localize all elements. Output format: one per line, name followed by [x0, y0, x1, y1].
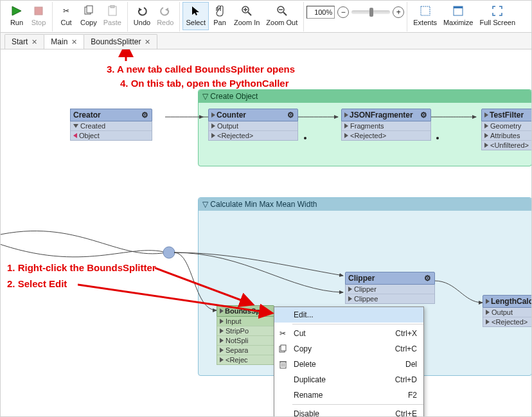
svg-line-24 — [78, 285, 270, 313]
scissors-icon: ✂ — [274, 326, 291, 341]
triangle-icon — [211, 112, 215, 118]
copy-icon — [274, 341, 291, 357]
zoom-in-button[interactable]: Zoom In — [231, 2, 263, 30]
triangle-icon — [73, 124, 78, 128]
triangle-icon — [344, 133, 348, 138]
triangle-icon — [348, 296, 352, 301]
node-creator[interactable]: Creator⚙ Created Object — [70, 109, 84, 123]
port[interactable]: Clippee — [346, 294, 434, 303]
play-icon — [10, 4, 24, 18]
port[interactable]: Separa — [217, 345, 274, 355]
port[interactable]: Geometry — [482, 121, 531, 130]
triangle-icon — [220, 319, 224, 324]
ctx-delete[interactable]: Delete Del — [274, 357, 423, 372]
stop-button[interactable]: Stop — [28, 2, 49, 30]
node-counter[interactable]: Counter⚙ Output <Rejected> — [208, 109, 298, 141]
gear-icon[interactable]: ⚙ — [423, 274, 432, 283]
triangle-icon — [486, 299, 490, 304]
zoom-out-button[interactable]: Zoom Out — [263, 2, 301, 30]
annotation-1: 1. Right-click the BoundsSplitter — [7, 262, 156, 273]
run-button[interactable]: Run — [6, 2, 28, 30]
port[interactable]: Output — [483, 308, 531, 317]
paste-button[interactable]: Paste — [100, 2, 125, 30]
node-lengthcalculator[interactable]: LengthCalculator Output <Rejected> — [483, 295, 531, 327]
triangle-icon — [211, 123, 215, 129]
zoom-percent-field[interactable]: 100% — [306, 6, 335, 19]
triangle-icon — [344, 123, 348, 129]
zoom-in-icon — [240, 4, 254, 18]
undo-icon — [135, 4, 149, 18]
triangle-icon — [484, 133, 488, 138]
ctx-disable[interactable]: Disable Ctrl+E — [274, 406, 423, 416]
pan-button[interactable]: Pan — [209, 2, 231, 30]
port[interactable]: NotSpli — [217, 335, 274, 345]
zoom-slider[interactable] — [351, 10, 390, 14]
zoom-slider-thumb[interactable] — [369, 8, 373, 17]
undo-button[interactable]: Undo — [130, 2, 154, 30]
copy-button[interactable]: Copy — [77, 2, 100, 30]
zoom-plus-button[interactable]: + — [393, 6, 404, 18]
port[interactable]: Object — [71, 130, 152, 140]
triangle-icon — [484, 112, 488, 118]
triangle-icon — [344, 112, 348, 118]
tab-start[interactable]: Start✕ — [4, 34, 44, 49]
annotation-2: 2. Select Edit — [7, 278, 67, 289]
svg-rect-16 — [421, 6, 430, 15]
close-icon[interactable]: ✕ — [71, 38, 77, 46]
triangle-icon — [220, 348, 224, 353]
triangle-icon — [211, 133, 215, 138]
port[interactable]: Clipper — [346, 285, 434, 294]
node-testfilter[interactable]: TestFilter Geometry Attributes <Unfilter… — [481, 109, 531, 150]
port[interactable]: Output — [209, 121, 297, 130]
ctx-cut[interactable]: ✂ Cut Ctrl+X — [274, 326, 423, 341]
triangle-icon — [220, 338, 224, 343]
triangle-icon — [348, 287, 352, 292]
canvas[interactable]: 3. A new tab called BoundsSplitter opens… — [1, 49, 531, 416]
port[interactable]: Fragments — [342, 121, 430, 130]
port[interactable]: <Rejec — [217, 355, 274, 364]
ctx-edit[interactable]: Edit... — [274, 307, 423, 323]
maximize-icon — [451, 4, 465, 18]
gear-icon[interactable]: ⚙ — [140, 111, 149, 120]
ctx-duplicate[interactable]: Duplicate Ctrl+D — [274, 372, 423, 387]
zoom-minus-button[interactable]: − — [337, 6, 349, 18]
port[interactable]: <Rejected> — [483, 317, 531, 326]
hand-icon — [213, 4, 227, 18]
extents-icon — [418, 4, 432, 18]
port[interactable]: <Rejected> — [342, 130, 430, 140]
cut-button[interactable]: ✂ Cut — [55, 2, 77, 30]
svg-rect-18 — [454, 6, 463, 8]
clipboard-icon — [105, 4, 120, 18]
close-icon[interactable]: ✕ — [145, 38, 150, 46]
port[interactable]: Attributes — [482, 130, 531, 140]
select-button[interactable]: Select — [182, 2, 209, 30]
ctx-rename[interactable]: Rename F2 — [274, 387, 423, 403]
extents-button[interactable]: Extents — [410, 2, 440, 30]
stop-icon — [31, 4, 46, 18]
port[interactable]: StripPo — [217, 326, 274, 335]
node-clipper[interactable]: Clipper⚙ Clipper Clippee — [345, 272, 435, 304]
port[interactable]: <Unfiltered> — [482, 140, 531, 150]
triangle-icon — [484, 143, 488, 148]
redo-button[interactable]: Redo — [154, 2, 177, 30]
node-jsonfragmenter[interactable]: JSONFragmenter⚙ Fragments <Rejected> — [341, 109, 431, 141]
maximize-button[interactable]: Maximize — [440, 2, 476, 30]
triangle-collapse-icon[interactable]: ▽ — [202, 92, 208, 101]
port[interactable]: <Rejected> — [209, 130, 297, 140]
full-screen-button[interactable]: Full Screen — [476, 2, 519, 30]
triangle-icon — [486, 310, 490, 315]
gear-icon[interactable]: ⚙ — [286, 111, 295, 120]
tab-main[interactable]: Main✕ — [44, 34, 84, 49]
close-icon[interactable]: ✕ — [31, 38, 37, 46]
svg-marker-7 — [165, 8, 168, 12]
toolbar: Run Stop ✂ Cut Copy Paste Undo Redo — [1, 1, 531, 33]
zoom-out-icon — [275, 4, 289, 18]
triangle-collapse-icon[interactable]: ▽ — [202, 200, 208, 209]
scissors-icon: ✂ — [59, 4, 73, 18]
ctx-copy[interactable]: Copy Ctrl+C — [274, 341, 423, 357]
port[interactable]: Created — [71, 121, 152, 130]
svg-rect-1 — [35, 7, 42, 15]
cursor-icon — [189, 4, 203, 18]
gear-icon[interactable]: ⚙ — [419, 111, 428, 120]
tab-boundssplitter[interactable]: BoundsSplitter✕ — [84, 34, 157, 49]
